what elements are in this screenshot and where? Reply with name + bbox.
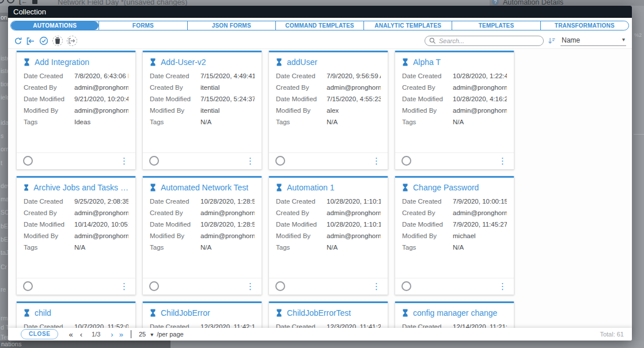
background-sidebar-fragment: dev bbox=[1, 182, 8, 189]
card-select-checkbox[interactable] bbox=[275, 281, 285, 291]
tab-templates[interactable]: TEMPLATES bbox=[452, 21, 540, 30]
card-select-checkbox[interactable] bbox=[23, 156, 33, 166]
card-header: Add-User-v2 bbox=[143, 52, 262, 70]
card-field-value: 12/3/2020, 11:41:23 AM bbox=[327, 321, 381, 328]
card-select-checkbox[interactable] bbox=[149, 281, 159, 291]
card-field-row: Modified Byitential bbox=[143, 105, 262, 116]
card-field-row: TagsN/A bbox=[395, 116, 514, 128]
card-title[interactable]: Change Password bbox=[413, 183, 479, 192]
card-field-row: Modified Byadmin@pronghorn bbox=[143, 230, 262, 242]
card-title[interactable]: ChildJobError bbox=[161, 308, 210, 318]
card-field-value: 9/25/2020, 2:08:35 PM bbox=[74, 196, 128, 207]
card-field-label: Tags bbox=[402, 242, 453, 253]
automation-card: Add-User-v2 Date Created7/15/2020, 4:49:… bbox=[142, 51, 262, 170]
card-field-value: N/A bbox=[453, 242, 507, 253]
card-footer bbox=[269, 278, 388, 295]
card-field-label: Date Created bbox=[24, 70, 74, 82]
background-sidebar-fragment: s bbox=[1, 132, 3, 139]
card-title[interactable]: Add-User-v2 bbox=[161, 58, 206, 67]
card-field-value: N/A bbox=[200, 242, 255, 253]
check-circle-icon[interactable] bbox=[39, 36, 48, 45]
card-select-checkbox[interactable] bbox=[401, 156, 411, 166]
card-field-label: Date Created bbox=[24, 321, 74, 328]
tab-analytic-templates[interactable]: ANALYTIC TEMPLATES bbox=[363, 21, 452, 30]
automation-card: Change Password Date Created7/9/2020, 10… bbox=[395, 176, 514, 295]
kebab-menu-icon[interactable] bbox=[120, 282, 128, 290]
card-field-row: Date Created12/3/2020, 11:42:16 AM bbox=[143, 321, 262, 328]
card-field-label: Date Modified bbox=[24, 93, 74, 105]
chevron-down-icon bbox=[622, 36, 625, 43]
tab-forms[interactable]: FORMS bbox=[99, 21, 187, 30]
card-field-value: 10/14/2020, 10:05:09 AM bbox=[74, 219, 128, 230]
card-title[interactable]: Automation 1 bbox=[287, 183, 335, 192]
background-window-title: Network Field Day *(unsaved changes) bbox=[58, 0, 187, 6]
search-box[interactable] bbox=[425, 36, 544, 46]
import-icon[interactable] bbox=[26, 37, 35, 45]
kebab-menu-icon[interactable] bbox=[372, 156, 381, 165]
background-sidebar-fragment: tion bbox=[1, 81, 8, 87]
next-page-button[interactable] bbox=[111, 331, 113, 338]
tab-automations[interactable]: AUTOMATIONS bbox=[11, 21, 99, 30]
card-field-label: Tags bbox=[150, 116, 200, 128]
kebab-menu-icon[interactable] bbox=[498, 282, 507, 290]
card-fields: Date Created10/7/2020, 11:52:05 AM bbox=[17, 321, 135, 328]
automation-card: config manager change Date Created12/14/… bbox=[395, 301, 514, 328]
per-page-chevron-icon[interactable] bbox=[150, 331, 153, 338]
card-title[interactable]: child bbox=[35, 308, 51, 318]
file-icon bbox=[32, 0, 37, 4]
close-button[interactable]: CLOSE bbox=[21, 329, 58, 339]
kebab-menu-icon[interactable] bbox=[120, 156, 128, 165]
last-page-button[interactable] bbox=[119, 331, 123, 338]
card-field-label: Date Created bbox=[150, 321, 200, 328]
previous-page-button[interactable] bbox=[80, 331, 82, 338]
background-right-strip: %2 bbox=[634, 6, 644, 341]
card-select-checkbox[interactable] bbox=[275, 156, 285, 166]
card-select-checkbox[interactable] bbox=[23, 281, 33, 291]
kebab-menu-icon[interactable] bbox=[498, 156, 507, 165]
delete-icon[interactable] bbox=[52, 36, 63, 46]
card-title[interactable]: ChildJobErrorTest bbox=[287, 308, 351, 318]
card-field-row: TagsN/A bbox=[143, 242, 262, 253]
card-field-row: Date Created12/3/2020, 11:41:23 AM bbox=[269, 321, 388, 328]
tab-command-templates[interactable]: COMMAND TEMPLATES bbox=[275, 21, 363, 30]
card-header: ChildJobError bbox=[143, 303, 262, 321]
background-panel-header: Automation Details bbox=[490, 0, 644, 6]
card-field-row: Date Created10/28/2020, 1:10:14 PM bbox=[269, 196, 388, 207]
refresh-icon[interactable] bbox=[14, 37, 22, 45]
per-page-value[interactable]: 25 bbox=[139, 331, 146, 338]
export-icon[interactable] bbox=[67, 36, 77, 46]
card-field-value: admin@pronghorn bbox=[327, 82, 381, 93]
modal-title: Collection bbox=[13, 7, 46, 16]
card-title[interactable]: Alpha T bbox=[413, 58, 441, 67]
card-title[interactable]: Automated Network Test bbox=[161, 183, 248, 192]
card-title[interactable]: config manager change bbox=[413, 308, 497, 318]
card-title[interactable]: Add Integration bbox=[35, 58, 89, 67]
kebab-menu-icon[interactable] bbox=[372, 282, 381, 290]
first-page-button[interactable] bbox=[69, 331, 73, 338]
card-field-row: Created Byadmin@pronghorn bbox=[395, 207, 514, 219]
hourglass-icon bbox=[150, 183, 156, 192]
sort-field-select[interactable]: Name bbox=[560, 36, 626, 46]
sort-field-value: Name bbox=[562, 36, 580, 44]
info-icon bbox=[492, 0, 499, 5]
card-field-row: Date Modified7/15/2020, 4:55:23 PM bbox=[269, 93, 388, 105]
tab-transformations[interactable]: TRANSFORMATIONS bbox=[540, 21, 628, 30]
card-fields: Date Created12/14/2020, 11:21:55 AM bbox=[395, 321, 514, 328]
card-title[interactable]: addUser bbox=[287, 58, 317, 67]
card-select-checkbox[interactable] bbox=[149, 156, 159, 166]
import-icon bbox=[19, 0, 28, 5]
sort-direction-button[interactable] bbox=[548, 37, 555, 44]
card-field-value: 7/15/2020, 5:24:37 PM bbox=[200, 93, 255, 105]
card-field-value: itential bbox=[200, 82, 255, 93]
card-field-label: Tags bbox=[276, 116, 327, 128]
automation-card: ChildJobErrorTest Date Created12/3/2020,… bbox=[268, 301, 388, 328]
search-input[interactable] bbox=[436, 37, 539, 44]
tab-json-forms[interactable]: JSON FORMS bbox=[187, 21, 275, 30]
card-select-checkbox[interactable] bbox=[401, 281, 411, 291]
card-footer bbox=[395, 152, 514, 169]
kebab-menu-icon[interactable] bbox=[246, 156, 255, 165]
hourglass-icon bbox=[402, 58, 408, 66]
card-title[interactable]: Archive Jobs and Tasks Colle… bbox=[33, 183, 128, 192]
kebab-menu-icon[interactable] bbox=[246, 282, 255, 290]
automation-card: Automated Network Test Date Created10/28… bbox=[142, 176, 262, 295]
